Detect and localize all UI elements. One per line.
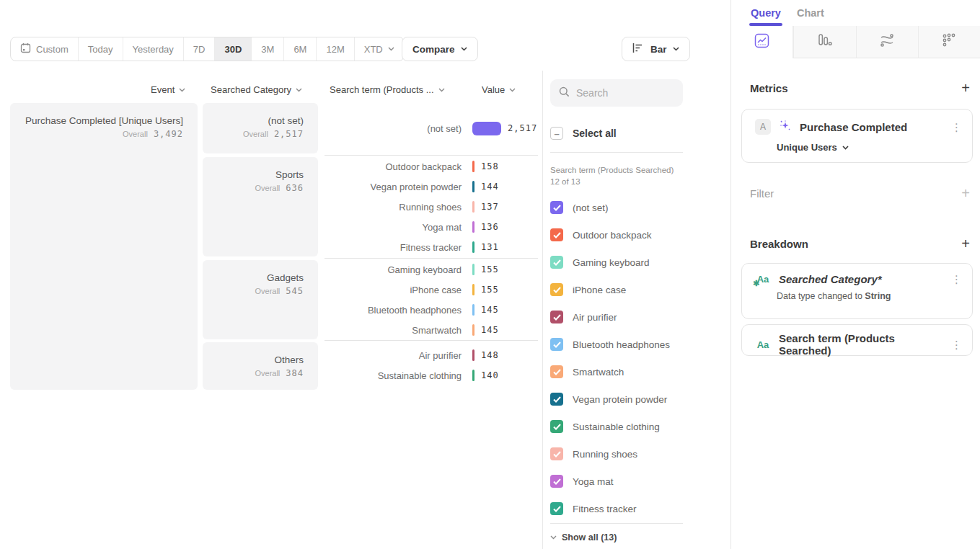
metric-aggregation-dropdown[interactable]: Unique Users bbox=[742, 135, 972, 153]
column-header-event[interactable]: Event bbox=[151, 84, 185, 95]
checked-checkbox-icon bbox=[550, 283, 563, 296]
column-header-searched-category[interactable]: Searched Category bbox=[211, 84, 302, 95]
breakdown-card-search-term[interactable]: Aa Search term (Products Searched) ⋮ bbox=[741, 324, 973, 356]
table-row[interactable]: Sustainable clothing 140 bbox=[325, 365, 541, 385]
date-range-segmented-control: Custom Today Yesterday 7D 30D 3M 6M 12M … bbox=[10, 37, 405, 61]
table-row[interactable]: Air purifier 148 bbox=[325, 345, 541, 365]
date-range-today[interactable]: Today bbox=[79, 37, 123, 61]
table-row[interactable]: Vegan protein powder 144 bbox=[325, 177, 541, 197]
value-bar bbox=[472, 201, 474, 213]
show-all-button[interactable]: Show all (13) bbox=[550, 527, 617, 548]
table-row[interactable]: Bluetooth headphones 145 bbox=[325, 300, 541, 320]
breakdown-card-searched-category[interactable]: Aa✱ Searched Category* ⋮ Data type chang… bbox=[741, 263, 973, 319]
category-cell-not-set[interactable]: (not set) Overall2,517 bbox=[203, 103, 318, 153]
date-range-12m[interactable]: 12M bbox=[317, 37, 354, 61]
legend-item[interactable]: Fitness tracker bbox=[550, 495, 723, 522]
kebab-menu-icon[interactable]: ⋮ bbox=[951, 274, 962, 285]
funnels-icon bbox=[817, 33, 833, 50]
group-divider bbox=[325, 155, 538, 156]
compare-button[interactable]: Compare bbox=[402, 37, 478, 61]
value-bar bbox=[472, 264, 474, 275]
report-type-tabs bbox=[731, 26, 980, 58]
metric-card[interactable]: A Purchase Completed ⋮ Unique Users bbox=[741, 109, 973, 163]
table-row[interactable]: (not set) 2,517 bbox=[325, 118, 541, 138]
select-all-checkbox[interactable]: – Select all bbox=[550, 120, 617, 147]
table-row[interactable]: Gaming keyboard 155 bbox=[325, 259, 541, 280]
table-row[interactable]: Fitness tracker 131 bbox=[325, 237, 541, 257]
value-bar bbox=[472, 181, 474, 192]
legend-item[interactable]: Smartwatch bbox=[550, 358, 723, 385]
value-bar bbox=[472, 370, 474, 381]
add-filter-button[interactable]: + bbox=[961, 186, 970, 200]
retention-icon bbox=[942, 33, 956, 50]
kebab-menu-icon[interactable]: ⋮ bbox=[951, 122, 962, 133]
event-sparkle-icon bbox=[779, 119, 792, 135]
checked-checkbox-icon bbox=[550, 393, 563, 406]
date-range-xtd[interactable]: XTD bbox=[355, 37, 404, 61]
add-metric-button[interactable]: + bbox=[961, 81, 970, 95]
chevron-down-icon bbox=[388, 47, 394, 51]
legend-panel: – Select all Search term (Products Searc… bbox=[542, 71, 730, 549]
column-header-search-term[interactable]: Search term (Products ... bbox=[330, 84, 445, 95]
breakdown-label: Searched Category* bbox=[779, 273, 943, 285]
legend-item[interactable]: Running shoes bbox=[550, 440, 723, 468]
table-row[interactable]: Running shoes 137 bbox=[325, 197, 541, 217]
metric-letter-badge: A bbox=[755, 119, 771, 135]
tab-flows[interactable] bbox=[856, 26, 918, 58]
date-range-3m[interactable]: 3M bbox=[252, 37, 284, 61]
date-range-6m[interactable]: 6M bbox=[284, 37, 317, 61]
breakdown-label: Search term (Products Searched) bbox=[779, 332, 943, 357]
kebab-menu-icon[interactable]: ⋮ bbox=[951, 339, 962, 350]
tab-retention[interactable] bbox=[918, 26, 980, 58]
value-bar bbox=[472, 284, 474, 295]
value-bar bbox=[472, 221, 474, 233]
category-cell-gadgets[interactable]: Gadgets Overall545 bbox=[203, 260, 318, 339]
tab-chart[interactable]: Chart bbox=[797, 0, 824, 26]
value-bar bbox=[472, 304, 474, 316]
date-range-yesterday[interactable]: Yesterday bbox=[123, 37, 184, 61]
group-divider bbox=[325, 340, 538, 341]
column-header-value[interactable]: Value bbox=[482, 84, 516, 95]
table-row[interactable]: iPhone case 155 bbox=[325, 280, 541, 300]
table-row[interactable]: Smartwatch 145 bbox=[325, 320, 541, 340]
legend-item[interactable]: Sustainable clothing bbox=[550, 413, 723, 440]
event-cell[interactable]: Purchase Completed [Unique Users] Overal… bbox=[10, 103, 198, 390]
add-breakdown-button[interactable]: + bbox=[961, 236, 970, 251]
date-range-7d[interactable]: 7D bbox=[184, 37, 216, 61]
sidebar-tabs: Query Chart bbox=[731, 0, 980, 26]
breakdown-note: Data type changed to String bbox=[742, 285, 972, 301]
date-range-custom[interactable]: Custom bbox=[11, 37, 79, 61]
value-bar bbox=[472, 241, 474, 253]
legend-search[interactable] bbox=[550, 79, 683, 107]
query-sidebar: Query Chart bbox=[730, 0, 980, 549]
tab-insights[interactable] bbox=[731, 26, 793, 58]
breakdown-heading: Breakdown bbox=[750, 238, 808, 250]
checked-checkbox-icon bbox=[550, 447, 563, 460]
metrics-header: Metrics + bbox=[750, 81, 970, 95]
legend-item[interactable]: Vegan protein powder bbox=[550, 385, 723, 413]
filter-header: Filter + bbox=[750, 186, 970, 200]
category-cell-others[interactable]: Others Overall384 bbox=[203, 342, 318, 390]
legend-item[interactable]: Bluetooth headphones bbox=[550, 331, 723, 358]
tab-funnels[interactable] bbox=[793, 26, 855, 58]
table-row[interactable]: Yoga mat 136 bbox=[325, 217, 541, 237]
date-range-30d[interactable]: 30D bbox=[215, 37, 252, 61]
term-group-sports: Outdoor backpack 158 Vegan protein powde… bbox=[325, 156, 541, 257]
checked-checkbox-icon bbox=[550, 256, 563, 269]
legend-item[interactable]: Gaming keyboard bbox=[550, 249, 723, 276]
chart-type-dropdown[interactable]: Bar bbox=[622, 37, 690, 61]
legend-item[interactable]: (not set) bbox=[550, 194, 723, 221]
checked-checkbox-icon bbox=[550, 228, 563, 241]
search-input[interactable] bbox=[576, 87, 670, 99]
bar-chart-icon bbox=[632, 43, 645, 55]
legend-item[interactable]: Air purifier bbox=[550, 303, 723, 331]
divider bbox=[550, 152, 683, 153]
legend-item[interactable]: iPhone case bbox=[550, 276, 723, 303]
term-group-others: Air purifier 148 Sustainable clothing 14… bbox=[325, 345, 541, 385]
table-row[interactable]: Outdoor backpack 158 bbox=[325, 156, 541, 177]
category-cell-sports[interactable]: Sports Overall636 bbox=[203, 157, 318, 256]
string-type-icon: Aa bbox=[755, 339, 771, 350]
legend-item[interactable]: Outdoor backpack bbox=[550, 221, 723, 249]
legend-item[interactable]: Yoga mat bbox=[550, 468, 723, 495]
tab-query[interactable]: Query bbox=[751, 0, 781, 26]
